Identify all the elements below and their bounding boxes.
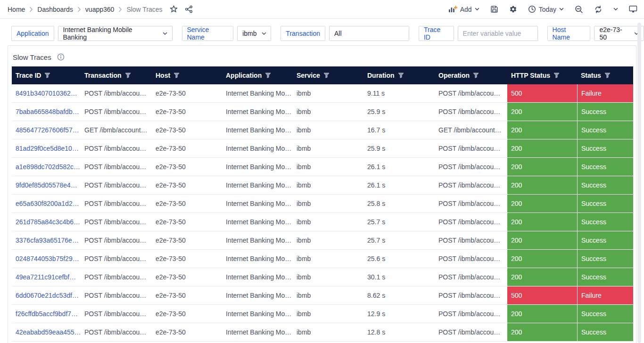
column-header-transaction[interactable]: Transaction xyxy=(81,66,152,84)
cell-host: e2e-73-50 xyxy=(152,195,222,213)
time-range-picker[interactable]: Today xyxy=(528,5,564,13)
cell-transaction: POST /ibmb/accou… xyxy=(81,139,152,158)
breadcrumb-dashboard-name[interactable]: vuapp360 xyxy=(85,6,115,13)
cell-duration: 25.9 s xyxy=(363,139,435,158)
trace-id-link[interactable]: 261d785a84c3c4b6… xyxy=(16,218,80,226)
filter-funnel-icon[interactable] xyxy=(173,73,180,78)
favorite-star-icon[interactable] xyxy=(170,5,178,13)
zoom-out-time-button[interactable] xyxy=(575,5,583,14)
panel-header[interactable]: Slow Traces xyxy=(12,49,632,65)
trace-id-link[interactable]: 9fd0ef85d05578e4… xyxy=(16,181,77,189)
cell-trace-id: 8491b3407010362… xyxy=(12,84,81,103)
cell-application: Internet Banking Mo… xyxy=(222,323,293,342)
filter-funnel-icon[interactable] xyxy=(553,73,560,78)
table-row: 9fd0ef85d05578e4…POST /ibmb/accou…e2e-73… xyxy=(12,176,633,195)
table-row: f26cffdb5accf9bdf7…POST /ibmb/accou…e2e-… xyxy=(12,305,633,323)
trace-id-link[interactable]: 49ea7211c91cefbf… xyxy=(16,273,76,281)
cell-application: Internet Banking Mo… xyxy=(222,103,293,121)
column-header-label: Transaction xyxy=(84,72,122,79)
refresh-dashboard-button[interactable] xyxy=(594,5,603,14)
column-header-trace-id[interactable]: Trace ID xyxy=(12,66,81,84)
cell-duration: 12.8 s xyxy=(363,323,435,342)
dashboard-settings-button[interactable] xyxy=(509,5,517,13)
filter-funnel-icon[interactable] xyxy=(473,73,479,78)
filter-funnel-icon[interactable] xyxy=(398,73,404,78)
filter-funnel-icon[interactable] xyxy=(44,73,50,78)
transaction-input[interactable] xyxy=(329,26,409,41)
cell-http-status: 200 xyxy=(507,305,577,323)
service-name-select[interactable]: ibmb xyxy=(237,26,271,41)
cell-trace-id: 261d785a84c3c4b6… xyxy=(12,213,81,231)
share-icon[interactable] xyxy=(185,5,193,13)
cell-service: ibmb xyxy=(293,213,363,231)
cell-operation: POST /ibmb/accou… xyxy=(435,176,507,195)
info-icon[interactable] xyxy=(57,53,65,61)
filter-funnel-icon[interactable] xyxy=(604,73,611,78)
application-select[interactable]: Internet Banking Mobile Banking xyxy=(58,26,173,41)
cell-transaction: POST /ibmb/accou… xyxy=(81,250,152,268)
column-header-http-status[interactable]: HTTP Status xyxy=(507,66,577,84)
cell-http-status: 200 xyxy=(507,176,577,195)
trace-id-link[interactable]: 3376cfa93a65176e… xyxy=(16,237,79,244)
filter-funnel-icon[interactable] xyxy=(265,73,271,78)
trace-id-link[interactable]: a1e898dc702d582c… xyxy=(16,163,80,171)
trace-id-link[interactable]: 4856477267606f57… xyxy=(16,126,79,134)
cell-service: ibmb xyxy=(293,231,363,250)
top-nav-bar: Home Dashboards vuapp360 Slow Traces Add xyxy=(0,0,644,19)
zoom-out-icon xyxy=(575,5,583,14)
cell-status: Success xyxy=(577,121,633,139)
add-panel-button[interactable]: Add xyxy=(448,6,479,13)
cell-http-status: 500 xyxy=(507,286,577,305)
column-header-host[interactable]: Host xyxy=(152,66,222,84)
trace-id-link[interactable]: 42eababd59eaa455… xyxy=(16,328,81,336)
trace-id-link[interactable]: 81ad29f0ce5d8e10… xyxy=(16,145,79,152)
cell-http-status: 200 xyxy=(507,158,577,176)
slow-traces-table: Trace IDTransactionHostApplicationServic… xyxy=(12,66,633,342)
column-header-duration[interactable]: Duration xyxy=(363,66,435,84)
trace-id-link[interactable]: f26cffdb5accf9bdf7… xyxy=(16,310,78,318)
cell-http-status: 200 xyxy=(507,103,577,121)
service-name-select-value: ibmb xyxy=(242,30,256,37)
kiosk-mode-button[interactable] xyxy=(629,5,637,13)
cell-operation: POST /ibmb/accou… xyxy=(435,84,507,103)
cell-duration: 25.7 s xyxy=(363,231,435,250)
host-name-filter-label: Host Name xyxy=(547,26,591,41)
cell-host: e2e-73-50 xyxy=(152,176,222,195)
cell-operation: POST /ibmb/accou… xyxy=(435,158,507,176)
filter-funnel-icon[interactable] xyxy=(323,73,330,78)
filter-funnel-icon[interactable] xyxy=(125,73,131,78)
vertical-scrollbar[interactable] xyxy=(637,23,641,343)
bar-chart-plus-icon xyxy=(448,6,457,13)
cell-trace-id: a1e898dc702d582c… xyxy=(12,158,81,176)
application-select-value: Internet Banking Mobile Banking xyxy=(63,26,158,41)
breadcrumb-dashboards[interactable]: Dashboards xyxy=(37,6,73,13)
cell-transaction: POST /ibmb/accou… xyxy=(81,176,152,195)
cell-operation: POST /ibmb/accou… xyxy=(435,286,507,305)
column-header-service[interactable]: Service xyxy=(293,66,363,84)
column-header-application[interactable]: Application xyxy=(222,66,293,84)
trace-id-link[interactable]: 8491b3407010362… xyxy=(16,90,77,97)
column-header-label: Application xyxy=(226,72,262,79)
cell-status: Success xyxy=(577,103,633,121)
refresh-interval-dropdown[interactable] xyxy=(613,8,618,11)
breadcrumb-home[interactable]: Home xyxy=(8,6,25,13)
cell-duration: 9.11 s xyxy=(363,84,435,103)
cell-duration: 25.8 s xyxy=(363,195,435,213)
host-name-select[interactable]: e2e-73-50 xyxy=(594,26,644,41)
trace-id-link[interactable]: 7baba665848bafdb… xyxy=(16,108,79,115)
save-dashboard-button[interactable] xyxy=(490,5,498,13)
trace-id-link[interactable]: 6dd0670e21dc53df… xyxy=(16,292,79,299)
cell-application: Internet Banking Mo… xyxy=(222,305,293,323)
column-header-operation[interactable]: Operation xyxy=(435,66,507,84)
trace-id-link[interactable]: e65a630f8200a1d2… xyxy=(16,200,79,207)
column-header-status[interactable]: Status xyxy=(577,66,633,84)
dashboard-toolbar: Add Today xyxy=(448,5,637,14)
cell-duration: 25.7 s xyxy=(363,213,435,231)
column-header-label: Trace ID xyxy=(16,72,41,79)
cell-status: Success xyxy=(577,195,633,213)
trace-id-input[interactable] xyxy=(458,26,538,41)
cell-trace-id: 4856477267606f57… xyxy=(12,121,81,139)
cell-host: e2e-73-50 xyxy=(152,213,222,231)
cell-duration: 12.9 s xyxy=(363,305,435,323)
trace-id-link[interactable]: 0248744053b75f29… xyxy=(16,255,79,262)
